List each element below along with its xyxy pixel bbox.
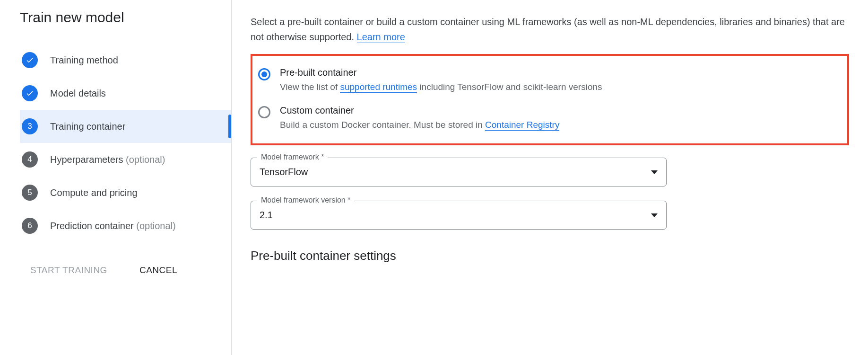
step-number-icon: 3 bbox=[22, 118, 38, 134]
step-model-details[interactable]: Model details bbox=[20, 77, 231, 110]
radio-description: Build a custom Docker container. Must be… bbox=[280, 119, 559, 132]
radio-unselected-icon bbox=[258, 106, 270, 118]
step-label: Compute and pricing bbox=[50, 187, 138, 198]
page-title: Train new model bbox=[20, 9, 231, 26]
learn-more-link[interactable]: Learn more bbox=[357, 32, 405, 43]
step-label: Model details bbox=[50, 88, 106, 99]
step-label: Training method bbox=[50, 55, 118, 66]
radio-title: Pre-built container bbox=[280, 67, 602, 78]
radio-selected-icon bbox=[258, 68, 270, 80]
radio-description: View the list of supported runtimes incl… bbox=[280, 81, 602, 94]
select-value: TensorFlow bbox=[260, 167, 308, 178]
step-number-icon: 4 bbox=[22, 151, 38, 168]
radio-title: Custom container bbox=[280, 105, 559, 116]
field-label: Model framework version * bbox=[257, 196, 354, 204]
step-label: Training container bbox=[50, 121, 125, 132]
supported-runtimes-link[interactable]: supported runtimes bbox=[340, 82, 417, 93]
cancel-button[interactable]: CANCEL bbox=[138, 261, 179, 279]
main-content: Select a pre-built container or build a … bbox=[232, 0, 868, 355]
model-framework-field: Model framework * TensorFlow bbox=[251, 158, 667, 186]
description-text: Select a pre-built container or build a … bbox=[251, 14, 849, 44]
step-list: Training method Model details 3 Training… bbox=[20, 44, 231, 242]
step-label: Prediction container (optional) bbox=[50, 221, 176, 231]
step-number-icon: 6 bbox=[22, 218, 38, 234]
check-icon bbox=[22, 52, 38, 68]
model-framework-version-field: Model framework version * 2.1 bbox=[251, 201, 667, 230]
container-type-group: Pre-built container View the list of sup… bbox=[251, 54, 849, 145]
step-hyperparameters[interactable]: 4 Hyperparameters (optional) bbox=[20, 143, 231, 176]
sidebar-actions: START TRAINING CANCEL bbox=[20, 261, 231, 279]
chevron-down-icon bbox=[651, 213, 658, 217]
step-training-container[interactable]: 3 Training container bbox=[20, 110, 231, 143]
chevron-down-icon bbox=[651, 170, 658, 174]
step-prediction-container[interactable]: 6 Prediction container (optional) bbox=[20, 209, 231, 242]
radio-custom-container[interactable]: Custom container Build a custom Docker c… bbox=[258, 102, 842, 132]
prebuilt-settings-heading: Pre-built container settings bbox=[251, 248, 849, 263]
select-value: 2.1 bbox=[260, 210, 273, 221]
field-label: Model framework * bbox=[257, 153, 328, 161]
step-training-method[interactable]: Training method bbox=[20, 44, 231, 77]
check-icon bbox=[22, 85, 38, 101]
step-number-icon: 5 bbox=[22, 185, 38, 201]
wizard-sidebar: Train new model Training method Model de… bbox=[0, 0, 232, 355]
step-compute-pricing[interactable]: 5 Compute and pricing bbox=[20, 176, 231, 209]
model-framework-select[interactable]: TensorFlow bbox=[251, 158, 667, 186]
radio-prebuilt-container[interactable]: Pre-built container View the list of sup… bbox=[258, 64, 842, 102]
start-training-button[interactable]: START TRAINING bbox=[28, 261, 109, 279]
model-framework-version-select[interactable]: 2.1 bbox=[251, 201, 667, 230]
container-registry-link[interactable]: Container Registry bbox=[485, 120, 559, 131]
step-label: Hyperparameters (optional) bbox=[50, 154, 165, 165]
